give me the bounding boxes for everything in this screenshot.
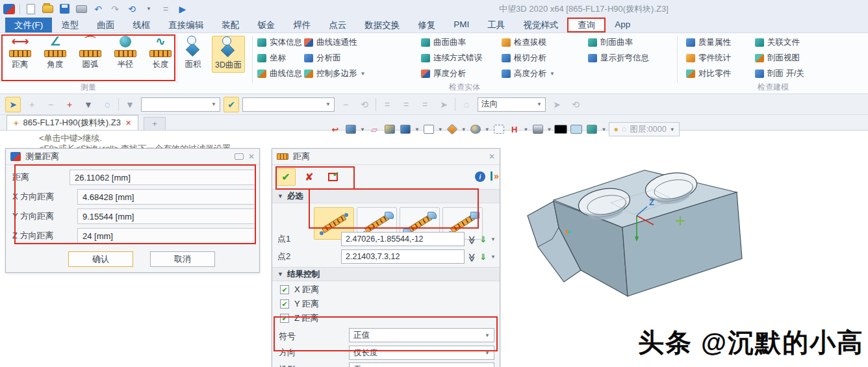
dropdown-arrow-icon[interactable]: ▼ <box>491 254 496 260</box>
menu-tab-assembly[interactable]: 装配 <box>212 18 248 32</box>
window-select-icon[interactable] <box>492 123 505 135</box>
dropdown-arrow-icon[interactable]: ▼ <box>415 127 420 133</box>
distance-dialog-titlebar[interactable]: 距离 ✕ <box>272 149 500 165</box>
display-monitor-icon[interactable] <box>531 123 544 135</box>
solid-view-icon[interactable] <box>399 123 412 135</box>
ribbon-item-continuity-error[interactable]: 连续方式错误 <box>421 53 482 64</box>
point2-input[interactable]: 2.21403,7.3,12 <box>341 249 465 264</box>
dropdown-arrow-icon[interactable]: ▼ <box>550 71 555 77</box>
settings-pointer-icon[interactable]: ⟲ <box>568 97 583 112</box>
regen-icon[interactable]: ⟲ <box>125 3 138 16</box>
ribbon-item-curve-connectivity[interactable]: 曲线连通性 <box>304 37 365 48</box>
list-option-icon[interactable]: = <box>398 97 414 112</box>
dropdown-arrow-icon[interactable]: ▼ <box>142 3 155 16</box>
menu-tab-weldment[interactable]: 焊件 <box>284 18 320 32</box>
unfold-view-icon[interactable] <box>446 123 459 135</box>
menu-tab-pmi[interactable]: PMI <box>444 18 478 32</box>
grid-snap-icon[interactable]: + <box>62 97 77 112</box>
list-option-icon[interactable]: = <box>379 97 395 112</box>
document-tab-active[interactable]: + 865-FL17-H90(拨料块).Z3 ✕ <box>6 115 138 130</box>
ribbon-item-part-statistics[interactable]: 零件统计 <box>686 53 731 64</box>
shade-mode-icon[interactable] <box>383 123 396 135</box>
cancel-x-button[interactable]: ✘ <box>300 168 319 186</box>
lasso-select-icon[interactable]: ◌ <box>99 97 115 112</box>
section-ruler-icon[interactable]: H <box>508 123 521 135</box>
menu-tab-data-exchange[interactable]: 数据交换 <box>355 18 409 32</box>
close-icon[interactable]: ✕ <box>248 152 255 161</box>
bulb-icon[interactable]: ● <box>613 125 619 134</box>
ribbon-item-height-analysis[interactable]: 高度分析▼ <box>502 68 555 79</box>
checkbox-x-distance[interactable]: ✔ X 距离 <box>280 284 319 296</box>
z-distance-value-field[interactable]: 24 [mm] <box>77 228 255 244</box>
redo-icon[interactable]: ↷ <box>108 3 121 16</box>
layers-icon[interactable] <box>585 123 598 135</box>
background-black-swatch[interactable] <box>554 123 567 135</box>
ribbon-item-entity-info[interactable]: 实体信息 <box>257 37 311 48</box>
ribbon-item-control-polygon[interactable]: 控制多边形▼ <box>304 68 365 79</box>
dropdown-arrow-icon[interactable]: ▼ <box>491 236 496 242</box>
zoom-globe-icon[interactable] <box>469 123 482 135</box>
save-icon[interactable] <box>58 3 71 16</box>
pick-cursor-icon[interactable]: ➤ <box>5 97 21 112</box>
menu-tab-shape[interactable]: 造型 <box>52 18 88 32</box>
ribbon-item-analyze-face[interactable]: 分析面 <box>304 53 365 64</box>
pick-last-icon[interactable]: ➤ <box>436 97 452 112</box>
menu-tab-point-cloud[interactable]: 点云 <box>320 18 355 32</box>
section-result-control[interactable]: ▼ 结果控制 <box>272 267 500 281</box>
dropdown-arrow-icon[interactable]: ▼ <box>81 97 96 112</box>
dropdown-arrow-icon[interactable]: ▼ <box>438 127 443 133</box>
add-selection-icon[interactable]: + <box>24 97 40 112</box>
selection-list-combobox[interactable]: ▼ <box>242 97 335 112</box>
menu-tab-direct-edit[interactable]: 直接编辑 <box>159 18 212 32</box>
dropdown-arrow-icon[interactable]: ▼ <box>601 127 606 133</box>
dropdown-arrow-icon[interactable]: ▼ <box>360 127 365 133</box>
dropdown-arrow-icon[interactable]: ▼ <box>461 127 466 133</box>
ribbon-button-radius[interactable]: 半径 <box>109 36 142 70</box>
dropdown-arrow-icon[interactable]: ▼ <box>547 127 552 133</box>
new-file-icon[interactable] <box>24 3 37 16</box>
background-blue-swatch[interactable] <box>570 123 583 135</box>
reselect-icon[interactable]: ⟲ <box>357 97 372 112</box>
equal-icon[interactable]: = <box>159 3 172 16</box>
ribbon-item-coordinates[interactable]: 坐标 <box>257 53 311 64</box>
menu-tab-wireframe[interactable]: 线框 <box>123 18 159 32</box>
ribbon-button-3d-surface[interactable]: 3D曲面 <box>212 36 245 73</box>
distance-value-field[interactable]: 26.11062 [mm] <box>70 170 255 185</box>
bom-book-icon[interactable] <box>344 123 357 135</box>
direction-circle-icon[interactable]: ◌ <box>459 97 474 112</box>
pick-point-icon[interactable]: ⇓ <box>479 234 487 244</box>
menu-tab-repair[interactable]: 修复 <box>409 18 444 32</box>
ribbon-item-mass-properties[interactable]: 质量属性 <box>686 37 731 48</box>
pick-direction-icon[interactable]: ➤ <box>549 97 565 112</box>
dropdown-arrow-icon[interactable]: ▼ <box>485 127 490 133</box>
ribbon-button-distance[interactable]: ⟷ 距离 <box>4 36 36 70</box>
pick-all-filter-icon[interactable]: ✔ <box>223 97 239 112</box>
remove-selection-icon[interactable]: − <box>43 97 58 112</box>
direction-mode-combobox[interactable]: 法向▼ <box>478 97 546 112</box>
ribbon-item-section-view[interactable]: 剖面视图 <box>755 53 804 64</box>
ribbon-button-arc[interactable]: ⌒ 圆弧 <box>74 36 107 70</box>
close-icon[interactable]: ✕ <box>489 152 495 161</box>
dropdown-arrow-icon[interactable]: ▼ <box>524 127 529 133</box>
ribbon-item-section-on-off[interactable]: 剖面 开/关 <box>755 68 804 79</box>
menu-tab-surface[interactable]: 曲面 <box>88 18 123 32</box>
ribbon-item-draft-check[interactable]: 检查拔模 <box>502 37 555 48</box>
sign-combobox[interactable]: 正值▼ <box>349 328 494 342</box>
ribbon-item-compare-parts[interactable]: 对比零件 <box>686 68 731 79</box>
menu-tab-file[interactable]: 文件(F) <box>5 18 52 32</box>
entity-filter-combobox[interactable]: ▼ <box>141 97 220 112</box>
menu-tab-visual-style[interactable]: 视觉样式 <box>514 18 567 32</box>
exit-back-icon[interactable]: ↩ <box>329 123 342 135</box>
undo-icon[interactable]: ↶ <box>92 3 105 16</box>
freeze-icon[interactable]: ◌ <box>622 125 626 134</box>
menu-tab-app[interactable]: App <box>606 18 639 32</box>
info-icon[interactable]: i <box>475 171 485 182</box>
ribbon-item-curve-info[interactable]: 曲线信息▼ <box>257 68 311 79</box>
ribbon-item-surface-curvature[interactable]: 曲面曲率 <box>421 37 482 48</box>
direction-combobox[interactable]: 仅长度▼ <box>349 346 494 360</box>
layer-selector[interactable]: ● ◌ 图层:0000 ▼ <box>609 122 679 136</box>
play-icon[interactable]: ▶ <box>176 3 189 16</box>
expand-chevrons-icon[interactable]: ≫ <box>467 253 477 260</box>
point1-input[interactable]: 2.47026,-1.85544,-12 <box>341 232 465 246</box>
tab-close-icon[interactable]: ✕ <box>125 119 131 127</box>
